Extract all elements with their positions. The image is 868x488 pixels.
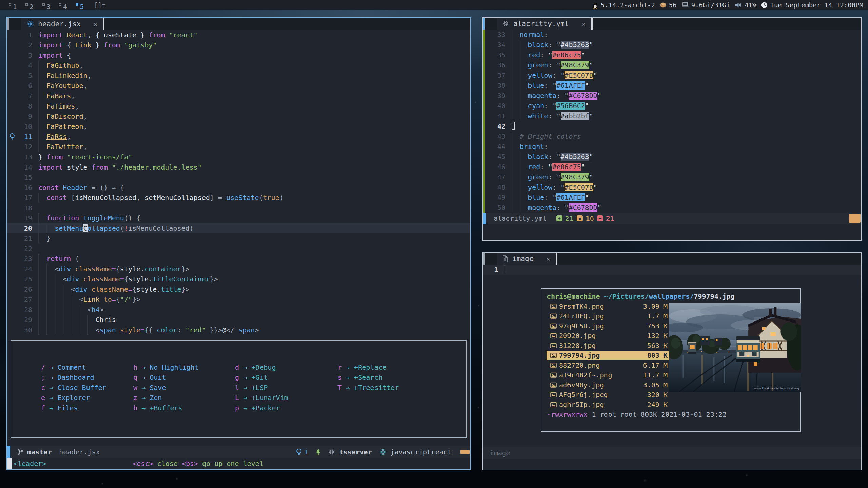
code-area[interactable]: 33 normal:34 black: "#4b5263"35 red: "#e… <box>483 30 861 213</box>
which-key-item-p[interactable]: p → +Packer <box>235 403 337 413</box>
scroll-indicator[interactable] <box>849 214 861 223</box>
code-line-13[interactable]: 13} from "react-icons/fa" <box>7 152 470 162</box>
code-line-35[interactable]: 35 red: "#e06c75" <box>490 50 861 60</box>
code-line-11[interactable]: 11 FaRss, <box>7 132 470 142</box>
which-key-item-b[interactable]: b → +Buffers <box>133 403 235 413</box>
code-line-18[interactable]: 18 <box>7 203 470 213</box>
which-key-item-/[interactable]: / → Comment <box>41 362 133 372</box>
indent-guide <box>512 192 520 202</box>
code-line-45[interactable]: 45 black: "#4b5263" <box>490 152 861 162</box>
which-key-item-f[interactable]: f → Files <box>41 403 133 413</box>
code-line-40[interactable]: 40 cyan: "#56B6C2" <box>490 101 861 111</box>
close-icon[interactable]: ✕ <box>582 20 585 27</box>
code-line-10[interactable]: 10 FaPatreon, <box>7 121 470 132</box>
code-line-9[interactable]: 9 FaDiscord, <box>7 111 470 121</box>
code-line-15[interactable]: 15 <box>7 172 470 182</box>
code-line-37[interactable]: 37 yellow: "#E5C07B" <box>490 70 861 80</box>
code-line-46[interactable]: 46 red: "#e06c75" <box>490 162 861 172</box>
git-branch[interactable]: master <box>27 448 52 456</box>
code-line-44[interactable]: 44 bright: <box>490 141 861 152</box>
code-line-8[interactable]: 8 FaTimes, <box>7 101 470 111</box>
which-key-item-l[interactable]: l → +LSP <box>235 383 337 393</box>
close-icon[interactable]: ✕ <box>546 255 550 262</box>
which-key-item-q[interactable]: q → Quit <box>133 372 235 383</box>
code-line-41[interactable]: 41 white: "#abb2bf" <box>490 111 861 121</box>
code-line-12[interactable]: 12 FaTwitter, <box>7 142 470 152</box>
file-row-aghr5Ip.jpg[interactable]: aghr5Ip.jpg249 K <box>547 400 670 410</box>
file-row-a19c482f~.png[interactable]: a19c482f~.png11.7 M <box>547 370 670 380</box>
code-line-5[interactable]: 5 FaLinkedin, <box>7 71 470 81</box>
code-line-21[interactable]: 21 } <box>7 233 470 243</box>
buffer-line-1[interactable]: 1 <box>483 265 861 275</box>
file-row-ad6v90y.jpg[interactable]: ad6v90y.jpg3.05 M <box>547 380 670 390</box>
indent-guide <box>520 202 528 213</box>
file-row-799794.jpg[interactable]: 799794.jpg803 K <box>547 351 670 360</box>
code-line-4[interactable]: 4 FaGithub, <box>7 60 470 71</box>
workspace-5[interactable]: 5 <box>76 3 84 11</box>
layout-symbol[interactable]: []= <box>94 1 105 9</box>
code-line-50[interactable]: 50 magenta: "#C678DD" <box>490 202 861 213</box>
line-number: 46 <box>490 162 505 172</box>
code-line-28[interactable]: 28 <h4> <box>7 305 470 315</box>
which-key-item-;[interactable]: ; → Dashboard <box>41 372 133 383</box>
code-line-26[interactable]: 26 <div className={style.title}> <box>7 284 470 294</box>
code-line-23[interactable]: 23 return ( <box>7 254 470 264</box>
workspace-1[interactable]: 1 <box>9 3 17 11</box>
code-line-14[interactable]: 14import style from "./header.module.les… <box>7 162 470 172</box>
file-row-882720.png[interactable]: 882720.png6.17 M <box>547 360 670 370</box>
close-icon[interactable]: ✕ <box>94 21 97 28</box>
which-key-item-s[interactable]: s → +Search <box>337 372 466 383</box>
which-key-item-d[interactable]: d → +Debug <box>235 362 337 372</box>
file-row-97q9L5D.jpg[interactable]: 97q9L5D.jpg753 K <box>547 321 670 331</box>
tab-header-jsx[interactable]: header.jsx ✕ <box>21 18 103 30</box>
code-line-17[interactable]: 17 const [isMenuCollapsed, setMenuCollap… <box>7 193 470 203</box>
code-line-6[interactable]: 6 FaYoutube, <box>7 81 470 91</box>
scroll-indicator[interactable] <box>460 450 470 454</box>
which-key-item-z[interactable]: z → Zen <box>133 393 235 403</box>
code-text: magenta: "#C678DD" <box>512 202 601 213</box>
code-line-22[interactable]: 22 <box>7 243 470 254</box>
file-row-24LrDFQ.jpg[interactable]: 24LrDFQ.jpg1.7 M <box>547 311 670 321</box>
workspace-3[interactable]: 3 <box>42 3 50 11</box>
which-key-item-g[interactable]: g → +Git <box>235 372 337 383</box>
code-line-43[interactable]: 43 # Bright colors <box>490 131 861 141</box>
tab-alacritty-yml[interactable]: alacritty.yml ✕ <box>497 18 591 30</box>
code-line-7[interactable]: 7 FaBars, <box>7 91 470 101</box>
code-line-34[interactable]: 34 black: "#4b5263" <box>490 40 861 50</box>
code-line-25[interactable]: 25 <div className={style.titleContainer}… <box>7 274 470 284</box>
which-key-item-w[interactable]: w → Save <box>133 383 235 393</box>
file-row-20920.jpg[interactable]: 20920.jpg132 K <box>547 331 670 341</box>
code-line-29[interactable]: 29 Chris <box>7 315 470 325</box>
code-area[interactable]: 1import React, { useState } from "react"… <box>7 30 470 335</box>
code-line-30[interactable]: 30 <span style={{ color: "red" }}>@</ sp… <box>7 325 470 335</box>
code-line-48[interactable]: 48 yellow: "#E5C07B" <box>490 182 861 192</box>
code-line-20[interactable]: 20 setMenuCollapsed(!isMenuCollapsed) <box>7 223 470 233</box>
which-key-item-T[interactable]: T → +Treesitter <box>337 383 466 393</box>
command-line[interactable]: <leader> <esc> close <bs> go up one leve… <box>7 458 470 469</box>
code-line-19[interactable]: 19 function toggleMenu() { <box>7 213 470 223</box>
tab-image[interactable]: image ✕ <box>497 253 556 265</box>
which-key-item-h[interactable]: h → No Highlight <box>133 362 235 372</box>
which-key-item-c[interactable]: c → Close Buffer <box>41 383 133 393</box>
workspace-4[interactable]: 4 <box>59 3 67 11</box>
code-line-2[interactable]: 2import { Link } from "gatsby" <box>7 40 470 50</box>
code-line-33[interactable]: 33 normal: <box>490 30 861 40</box>
code-line-1[interactable]: 1import React, { useState } from "react" <box>7 30 470 40</box>
code-line-27[interactable]: 27 <Link to={"/"}> <box>7 294 470 305</box>
code-line-3[interactable]: 3import { <box>7 50 470 60</box>
file-row-AFq5r6j.jpeg[interactable]: AFq5r6j.jpeg320 K <box>547 390 670 400</box>
code-line-24[interactable]: 24 <div className={style.container}> <box>7 264 470 274</box>
code-line-16[interactable]: 16const Header = () ⇒ { <box>7 182 470 193</box>
code-line-39[interactable]: 39 magenta: "#C678DD" <box>490 91 861 101</box>
file-row-9rsmTK4.png[interactable]: 9rsmTK4.png3.09 M <box>547 301 670 311</box>
code-line-47[interactable]: 47 green: "#98C379" <box>490 172 861 182</box>
code-line-42[interactable]: 42 <box>490 121 861 131</box>
which-key-item-r[interactable]: r → +Replace <box>337 362 466 372</box>
workspace-2[interactable]: 2 <box>25 3 33 11</box>
code-line-36[interactable]: 36 green: "#98C379" <box>490 60 861 70</box>
which-key-item-L[interactable]: L → +LunarVim <box>235 393 337 403</box>
code-line-38[interactable]: 38 blue: "#61AFEF" <box>490 80 861 91</box>
file-row-31228.jpg[interactable]: 31228.jpg563 K <box>547 341 670 351</box>
which-key-item-e[interactable]: e → Explorer <box>41 393 133 403</box>
code-line-49[interactable]: 49 blue: "#61AFEF" <box>490 192 861 202</box>
